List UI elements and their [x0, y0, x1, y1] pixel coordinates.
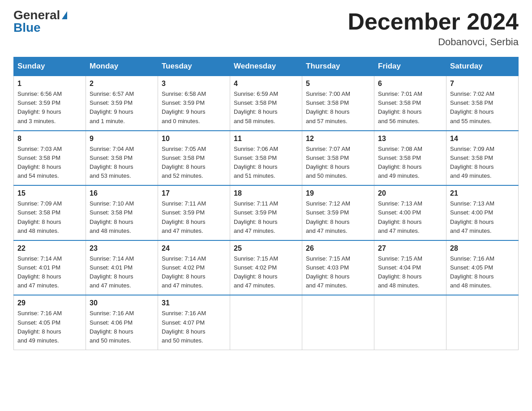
- day-info: Sunrise: 7:11 AMSunset: 3:59 PMDaylight:…: [234, 199, 298, 235]
- day-info: Sunrise: 7:16 AMSunset: 4:07 PMDaylight:…: [162, 309, 226, 345]
- calendar-cell: 20Sunrise: 7:13 AMSunset: 4:00 PMDayligh…: [374, 185, 446, 240]
- calendar-week-row: 15Sunrise: 7:09 AMSunset: 3:58 PMDayligh…: [14, 185, 519, 240]
- day-info: Sunrise: 7:04 AMSunset: 3:58 PMDaylight:…: [90, 145, 154, 181]
- calendar-cell: 29Sunrise: 7:16 AMSunset: 4:05 PMDayligh…: [14, 295, 86, 350]
- day-info: Sunrise: 7:14 AMSunset: 4:02 PMDaylight:…: [162, 254, 226, 291]
- day-info: Sunrise: 7:05 AMSunset: 3:58 PMDaylight:…: [162, 145, 226, 181]
- day-number: 23: [90, 244, 154, 253]
- day-number: 2: [90, 80, 154, 88]
- calendar-cell: 2Sunrise: 6:57 AMSunset: 3:59 PMDaylight…: [86, 76, 158, 131]
- day-number: 16: [90, 189, 154, 197]
- day-info: Sunrise: 6:57 AMSunset: 3:59 PMDaylight:…: [90, 90, 154, 126]
- calendar-cell: 31Sunrise: 7:16 AMSunset: 4:07 PMDayligh…: [158, 295, 230, 350]
- calendar-cell: 7Sunrise: 7:02 AMSunset: 3:58 PMDaylight…: [446, 76, 519, 131]
- day-number: 13: [378, 135, 442, 143]
- day-number: 10: [162, 135, 226, 143]
- day-number: 4: [234, 80, 298, 88]
- day-info: Sunrise: 7:12 AMSunset: 3:59 PMDaylight:…: [306, 199, 370, 235]
- day-info: Sunrise: 7:14 AMSunset: 4:01 PMDaylight:…: [90, 254, 154, 291]
- day-info: Sunrise: 7:16 AMSunset: 4:06 PMDaylight:…: [90, 309, 154, 345]
- day-number: 28: [450, 244, 515, 253]
- logo-triangle-icon: [62, 11, 67, 19]
- day-number: 21: [450, 189, 515, 197]
- calendar-cell: 26Sunrise: 7:15 AMSunset: 4:03 PMDayligh…: [302, 240, 374, 295]
- day-info: Sunrise: 7:15 AMSunset: 4:03 PMDaylight:…: [306, 254, 370, 291]
- weekday-header-saturday: Saturday: [446, 57, 519, 76]
- day-info: Sunrise: 7:09 AMSunset: 3:58 PMDaylight:…: [17, 199, 82, 235]
- calendar-cell: 4Sunrise: 6:59 AMSunset: 3:58 PMDaylight…: [230, 76, 302, 131]
- calendar-cell: 23Sunrise: 7:14 AMSunset: 4:01 PMDayligh…: [86, 240, 158, 295]
- calendar-cell: 9Sunrise: 7:04 AMSunset: 3:58 PMDaylight…: [86, 131, 158, 186]
- calendar-cell: 22Sunrise: 7:14 AMSunset: 4:01 PMDayligh…: [14, 240, 86, 295]
- calendar-cell: 1Sunrise: 6:56 AMSunset: 3:59 PMDaylight…: [14, 76, 86, 131]
- weekday-header-friday: Friday: [374, 57, 446, 76]
- calendar-cell: 19Sunrise: 7:12 AMSunset: 3:59 PMDayligh…: [302, 185, 374, 240]
- day-info: Sunrise: 7:01 AMSunset: 3:58 PMDaylight:…: [378, 90, 442, 126]
- calendar-cell: 12Sunrise: 7:07 AMSunset: 3:58 PMDayligh…: [302, 131, 374, 186]
- calendar-cell: [446, 295, 519, 350]
- day-number: 31: [162, 299, 226, 307]
- day-info: Sunrise: 7:02 AMSunset: 3:58 PMDaylight:…: [450, 90, 515, 126]
- day-number: 14: [450, 135, 515, 143]
- calendar-cell: [374, 295, 446, 350]
- day-number: 22: [17, 244, 82, 253]
- day-info: Sunrise: 6:56 AMSunset: 3:59 PMDaylight:…: [17, 90, 82, 126]
- day-number: 27: [378, 244, 442, 253]
- calendar-cell: 24Sunrise: 7:14 AMSunset: 4:02 PMDayligh…: [158, 240, 230, 295]
- calendar-cell: [230, 295, 302, 350]
- page-header: General Blue December 2024 Dobanovci, Se…: [13, 9, 519, 48]
- calendar-cell: 17Sunrise: 7:11 AMSunset: 3:59 PMDayligh…: [158, 185, 230, 240]
- weekday-header-monday: Monday: [86, 57, 158, 76]
- day-number: 19: [306, 189, 370, 197]
- calendar-cell: 14Sunrise: 7:09 AMSunset: 3:58 PMDayligh…: [446, 131, 519, 186]
- day-number: 6: [378, 80, 442, 88]
- calendar-week-row: 22Sunrise: 7:14 AMSunset: 4:01 PMDayligh…: [14, 240, 519, 295]
- calendar-cell: 10Sunrise: 7:05 AMSunset: 3:58 PMDayligh…: [158, 131, 230, 186]
- calendar-cell: [302, 295, 374, 350]
- day-number: 3: [162, 80, 226, 88]
- calendar-cell: 3Sunrise: 6:58 AMSunset: 3:59 PMDaylight…: [158, 76, 230, 131]
- day-number: 1: [17, 80, 82, 88]
- calendar-cell: 5Sunrise: 7:00 AMSunset: 3:58 PMDaylight…: [302, 76, 374, 131]
- calendar-cell: 13Sunrise: 7:08 AMSunset: 3:58 PMDayligh…: [374, 131, 446, 186]
- day-number: 7: [450, 80, 515, 88]
- day-info: Sunrise: 7:11 AMSunset: 3:59 PMDaylight:…: [162, 199, 226, 235]
- calendar-cell: 21Sunrise: 7:13 AMSunset: 4:00 PMDayligh…: [446, 185, 519, 240]
- month-title: December 2024: [348, 9, 519, 34]
- logo-general-text: General: [13, 9, 60, 21]
- day-info: Sunrise: 7:15 AMSunset: 4:04 PMDaylight:…: [378, 254, 442, 291]
- day-info: Sunrise: 7:03 AMSunset: 3:58 PMDaylight:…: [17, 145, 82, 181]
- calendar-cell: 16Sunrise: 7:10 AMSunset: 3:58 PMDayligh…: [86, 185, 158, 240]
- day-number: 17: [162, 189, 226, 197]
- weekday-header-wednesday: Wednesday: [230, 57, 302, 76]
- calendar-cell: 8Sunrise: 7:03 AMSunset: 3:58 PMDaylight…: [14, 131, 86, 186]
- day-info: Sunrise: 7:16 AMSunset: 4:05 PMDaylight:…: [17, 309, 82, 345]
- day-info: Sunrise: 7:14 AMSunset: 4:01 PMDaylight:…: [17, 254, 82, 291]
- day-number: 15: [17, 189, 82, 197]
- day-info: Sunrise: 7:09 AMSunset: 3:58 PMDaylight:…: [450, 145, 515, 181]
- weekday-header-sunday: Sunday: [14, 57, 86, 76]
- day-number: 9: [90, 135, 154, 143]
- calendar-table: SundayMondayTuesdayWednesdayThursdayFrid…: [13, 57, 519, 350]
- logo: General Blue: [13, 9, 67, 34]
- calendar-week-row: 29Sunrise: 7:16 AMSunset: 4:05 PMDayligh…: [14, 295, 519, 350]
- logo-blue-text: Blue: [13, 21, 41, 34]
- location-text: Dobanovci, Serbia: [348, 36, 519, 48]
- weekday-header-row: SundayMondayTuesdayWednesdayThursdayFrid…: [14, 57, 519, 76]
- calendar-cell: 18Sunrise: 7:11 AMSunset: 3:59 PMDayligh…: [230, 185, 302, 240]
- calendar-cell: 30Sunrise: 7:16 AMSunset: 4:06 PMDayligh…: [86, 295, 158, 350]
- day-info: Sunrise: 7:07 AMSunset: 3:58 PMDaylight:…: [306, 145, 370, 181]
- day-number: 24: [162, 244, 226, 253]
- weekday-header-tuesday: Tuesday: [158, 57, 230, 76]
- day-info: Sunrise: 7:10 AMSunset: 3:58 PMDaylight:…: [90, 199, 154, 235]
- title-block: December 2024 Dobanovci, Serbia: [348, 9, 519, 48]
- day-info: Sunrise: 7:15 AMSunset: 4:02 PMDaylight:…: [234, 254, 298, 291]
- day-info: Sunrise: 7:08 AMSunset: 3:58 PMDaylight:…: [378, 145, 442, 181]
- day-number: 12: [306, 135, 370, 143]
- day-number: 8: [17, 135, 82, 143]
- day-number: 20: [378, 189, 442, 197]
- day-info: Sunrise: 7:16 AMSunset: 4:05 PMDaylight:…: [450, 254, 515, 291]
- calendar-cell: 15Sunrise: 7:09 AMSunset: 3:58 PMDayligh…: [14, 185, 86, 240]
- calendar-cell: 27Sunrise: 7:15 AMSunset: 4:04 PMDayligh…: [374, 240, 446, 295]
- calendar-cell: 11Sunrise: 7:06 AMSunset: 3:58 PMDayligh…: [230, 131, 302, 186]
